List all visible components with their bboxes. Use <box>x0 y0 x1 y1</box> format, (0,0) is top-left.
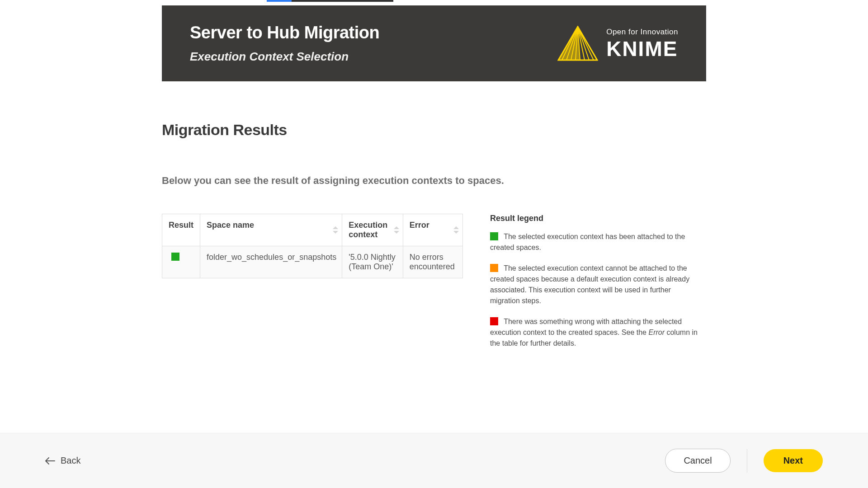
column-header-label: Error <box>410 221 429 230</box>
legend-item-success: The selected execution context has been … <box>490 231 698 253</box>
sort-icon <box>453 226 459 234</box>
table-row: folder_wo_schedules_or_snapshots '5.0.0 … <box>162 246 463 278</box>
sort-icon <box>333 226 338 234</box>
section-title: Migration Results <box>162 121 706 139</box>
column-header-label: Space name <box>207 221 254 230</box>
legend-item-error: There was something wrong with attaching… <box>490 316 698 349</box>
column-header-label: Execution context <box>349 221 387 239</box>
cell-result <box>162 246 200 278</box>
back-button[interactable]: Back <box>45 455 80 466</box>
legend-swatch-error-icon <box>490 317 498 325</box>
legend-text: The selected execution context cannot be… <box>490 264 689 305</box>
column-header-execution-context[interactable]: Execution context <box>342 214 403 246</box>
column-header-space-name[interactable]: Space name <box>200 214 342 246</box>
result-legend: Result legend The selected execution con… <box>490 214 698 359</box>
arrow-left-icon <box>45 457 55 465</box>
column-header-label: Result <box>169 221 193 230</box>
cell-space-name[interactable]: folder_wo_schedules_or_snapshots <box>200 246 342 278</box>
section-description: Below you can see the result of assignin… <box>162 175 706 187</box>
table-header-row: Result Space name Execution context Erro… <box>162 214 463 246</box>
top-progress-indicator <box>267 0 393 2</box>
header-title: Server to Hub Migration <box>190 23 379 42</box>
legend-title: Result legend <box>490 214 698 223</box>
knime-triangle-icon <box>557 26 598 61</box>
legend-text-italic: Error <box>648 328 665 336</box>
column-header-error[interactable]: Error <box>403 214 462 246</box>
cell-execution-context[interactable]: '5.0.0 Nightly (Team One)' <box>342 246 403 278</box>
legend-item-warning: The selected execution context cannot be… <box>490 263 698 306</box>
column-header-result[interactable]: Result <box>162 214 200 246</box>
header-subtitle: Execution Context Selection <box>190 50 379 64</box>
back-label: Back <box>61 455 80 466</box>
status-success-icon <box>171 253 179 261</box>
brand-logo: Open for Innovation KNIME <box>557 26 678 61</box>
logo-tagline: Open for Innovation <box>606 28 678 37</box>
footer-divider <box>747 449 747 473</box>
legend-text: The selected execution context has been … <box>490 233 685 251</box>
logo-brand: KNIME <box>606 38 678 59</box>
page-header: Server to Hub Migration Execution Contex… <box>162 5 706 81</box>
cancel-button[interactable]: Cancel <box>665 449 730 473</box>
results-table: Result Space name Execution context Erro… <box>162 214 463 278</box>
legend-swatch-success-icon <box>490 232 498 240</box>
legend-swatch-warning-icon <box>490 264 498 272</box>
svg-marker-9 <box>558 27 580 60</box>
next-button[interactable]: Next <box>764 449 823 472</box>
sort-icon <box>394 226 399 234</box>
wizard-footer: Back Cancel Next <box>0 433 868 488</box>
cell-error: No errors encountered <box>403 246 462 278</box>
